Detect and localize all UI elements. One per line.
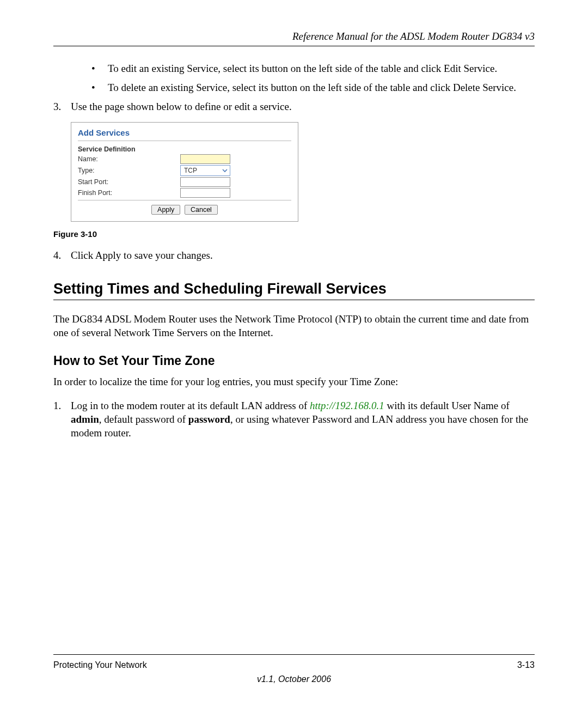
step-text: Click Apply to save your changes.: [71, 248, 535, 262]
password-bold: password: [188, 413, 230, 425]
add-services-dialog: Add Services Service Definition Name: Ty…: [71, 122, 298, 222]
service-definition-label: Service Definition: [78, 145, 291, 153]
bullet-list: To edit an existing Service, select its …: [84, 62, 535, 94]
footer-version: v1.1, October 2006: [53, 674, 535, 684]
start-port-input[interactable]: [180, 177, 230, 187]
step-number: 1.: [53, 399, 71, 440]
footer-left: Protecting Your Network: [53, 660, 147, 670]
name-input[interactable]: [180, 154, 230, 164]
subsection-heading: How to Set Your Time Zone: [53, 354, 535, 368]
finish-port-input[interactable]: [180, 188, 230, 198]
dialog-rule-top: [78, 141, 291, 141]
default-lan-link[interactable]: http://192.168.0.1: [310, 400, 384, 411]
type-select-value: TCP: [184, 167, 197, 174]
step-text: Use the page shown below to define or ed…: [71, 100, 535, 113]
footer-rule: [53, 654, 535, 655]
username-bold: admin: [71, 413, 99, 425]
footer-page-number: 3-13: [517, 660, 535, 670]
figure-3-10: Add Services Service Definition Name: Ty…: [71, 122, 535, 222]
chevron-down-icon: [221, 167, 229, 174]
step-4: 4. Click Apply to save your changes.: [53, 248, 535, 262]
page-header-title: Reference Manual for the ADSL Modem Rout…: [53, 31, 535, 42]
header-rule: [53, 46, 535, 46]
page-footer: Protecting Your Network 3-13 v1.1, Octob…: [53, 654, 535, 684]
step-3: 3. Use the page shown below to define or…: [53, 100, 535, 113]
step-1-login: 1. Log in to the modem router at its def…: [53, 399, 535, 440]
dialog-rule-bottom: [78, 200, 291, 200]
finish-port-label: Finish Port:: [78, 189, 180, 197]
start-port-label: Start Port:: [78, 178, 180, 186]
apply-button[interactable]: Apply: [151, 205, 180, 215]
tz-intro-paragraph: In order to localize the time for your l…: [53, 375, 535, 388]
dialog-title: Add Services: [78, 128, 291, 137]
text-fragment: , default password of: [99, 413, 188, 425]
type-label: Type:: [78, 167, 180, 174]
step-number: 3.: [53, 100, 71, 113]
name-label: Name:: [78, 155, 180, 163]
figure-caption: Figure 3-10: [53, 229, 535, 239]
text-fragment: Log in to the modem router at its defaul…: [71, 400, 310, 411]
ntp-paragraph: The DG834 ADSL Modem Router uses the Net…: [53, 312, 535, 339]
step-number: 4.: [53, 248, 71, 262]
type-select[interactable]: TCP: [180, 165, 230, 176]
bullet-item: To edit an existing Service, select its …: [84, 62, 535, 75]
text-fragment: with its default User Name of: [384, 400, 510, 411]
section-heading: Setting Times and Scheduling Firewall Se…: [53, 281, 535, 297]
cancel-button[interactable]: Cancel: [185, 205, 218, 215]
section-rule: [53, 300, 535, 300]
step-text: Log in to the modem router at its defaul…: [71, 399, 535, 440]
bullet-item: To delete an existing Service, select it…: [84, 81, 535, 94]
